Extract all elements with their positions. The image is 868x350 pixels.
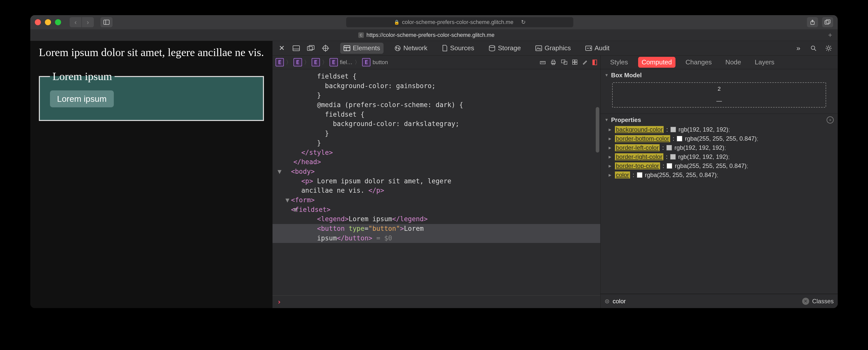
tab-styles[interactable]: Styles bbox=[607, 57, 631, 68]
color-swatch[interactable] bbox=[637, 172, 643, 178]
crumb-tag[interactable]: E bbox=[362, 58, 370, 66]
forward-button[interactable]: › bbox=[82, 17, 94, 27]
reload-icon[interactable]: ↻ bbox=[521, 19, 526, 26]
panel-sources-label: Sources bbox=[450, 44, 474, 52]
tab-bar: C https://color-scheme-prefers-color-sch… bbox=[30, 29, 838, 41]
lock-icon: 🔒 bbox=[394, 20, 399, 25]
new-tab-button[interactable]: + bbox=[823, 31, 838, 39]
svg-rect-35 bbox=[552, 60, 555, 62]
panel-elements[interactable]: Elements bbox=[340, 43, 383, 54]
color-swatch[interactable] bbox=[670, 154, 676, 159]
paint-icon[interactable] bbox=[582, 59, 588, 65]
dock-side-icon[interactable] bbox=[306, 43, 316, 53]
panel-audit[interactable]: Audit bbox=[582, 43, 613, 54]
disclosure-triangle-icon[interactable]: ▶ bbox=[609, 137, 611, 141]
svg-rect-5 bbox=[293, 46, 300, 51]
classes-button[interactable]: Classes bbox=[812, 298, 834, 305]
tab-computed[interactable]: Computed bbox=[638, 57, 676, 68]
color-swatch[interactable] bbox=[677, 136, 682, 141]
svg-line-27 bbox=[830, 50, 831, 51]
tabs-overview-button[interactable] bbox=[822, 17, 833, 27]
disclosure-triangle-icon[interactable]: ▼ bbox=[604, 118, 609, 122]
property-name: border-bottom-color bbox=[615, 135, 670, 142]
property-row[interactable]: ▶color: rgba(255, 255, 255, 0.847); bbox=[609, 171, 830, 179]
panel-network[interactable]: Network bbox=[391, 43, 431, 54]
print-icon[interactable] bbox=[550, 59, 556, 65]
crumbs-right-icons bbox=[540, 59, 597, 65]
clear-filter-button[interactable]: ✕ bbox=[802, 298, 809, 305]
property-row[interactable]: ▶border-right-color: rgb(192, 192, 192); bbox=[609, 152, 830, 162]
maximize-window-button[interactable] bbox=[55, 19, 61, 25]
sidebar-toggle-button[interactable] bbox=[100, 17, 113, 27]
screens-icon[interactable] bbox=[561, 59, 567, 65]
tab-layers[interactable]: Layers bbox=[751, 57, 778, 68]
disclosure-triangle-icon[interactable]: ▶ bbox=[609, 155, 611, 159]
page-legend: Lorem ipsum bbox=[50, 70, 115, 83]
browser-tab[interactable]: C https://color-scheme-prefers-color-sch… bbox=[30, 29, 823, 41]
filter-input[interactable] bbox=[613, 298, 799, 305]
filter-toggle-icon[interactable]: ≡ bbox=[827, 116, 834, 123]
crumb-label[interactable]: fiel… bbox=[340, 59, 352, 66]
dom-breadcrumbs: E〉 E〉 E〉 E fiel…〉 E button bbox=[273, 56, 600, 69]
console-strip[interactable]: › bbox=[273, 295, 600, 308]
property-row[interactable]: ▶background-color: rgb(192, 192, 192); bbox=[609, 125, 830, 134]
dock-bottom-icon[interactable] bbox=[291, 43, 301, 53]
disclosure-triangle-icon[interactable]: ▶ bbox=[609, 173, 611, 177]
page-button[interactable]: Lorem ipsum bbox=[50, 90, 114, 107]
box-model-diagram[interactable]: 2 — bbox=[612, 82, 826, 108]
disclosure-triangle-icon[interactable]: ▶ bbox=[609, 164, 611, 168]
ruler-icon[interactable] bbox=[540, 59, 546, 65]
property-value: rgb(192, 192, 192); bbox=[675, 144, 726, 151]
devtools-left-pane: E〉 E〉 E〉 E fiel…〉 E button bbox=[273, 56, 600, 308]
minimize-window-button[interactable] bbox=[45, 19, 51, 25]
grid-icon[interactable] bbox=[572, 59, 578, 65]
color-swatch[interactable] bbox=[666, 163, 672, 169]
back-button[interactable]: ‹ bbox=[70, 17, 82, 27]
window-controls bbox=[35, 19, 61, 25]
panel-graphics[interactable]: Graphics bbox=[532, 43, 574, 54]
properties-title: Properties bbox=[611, 116, 641, 123]
element-picker-icon[interactable] bbox=[320, 43, 331, 53]
crumb-tag[interactable]: E bbox=[293, 58, 302, 66]
svg-rect-3 bbox=[825, 21, 829, 24]
svg-point-19 bbox=[811, 46, 815, 50]
disclosure-triangle-icon[interactable]: ▼ bbox=[604, 73, 609, 78]
property-name: border-right-color bbox=[615, 153, 663, 161]
property-row[interactable]: ▶border-top-color: rgba(255, 255, 255, 0… bbox=[609, 162, 830, 171]
devtools-toolbar-right: » bbox=[793, 43, 834, 53]
color-swatch[interactable] bbox=[671, 127, 676, 132]
crumb-tag[interactable]: E bbox=[276, 58, 284, 66]
share-button[interactable] bbox=[807, 17, 818, 27]
box-model-section: ▼ Box Model 2 — bbox=[600, 69, 838, 114]
page-fieldset: Lorem ipsum Lorem ipsum bbox=[39, 70, 264, 121]
panel-storage-label: Storage bbox=[498, 44, 521, 52]
crumb-label[interactable]: button bbox=[372, 59, 388, 66]
settings-icon[interactable] bbox=[824, 43, 834, 53]
color-swatch[interactable] bbox=[666, 145, 672, 150]
dom-tree[interactable]: fieldset { background-color: gainsboro; … bbox=[273, 69, 600, 295]
search-icon[interactable] bbox=[808, 43, 818, 53]
property-row[interactable]: ▶border-bottom-color: rgba(255, 255, 255… bbox=[609, 134, 830, 143]
tab-node[interactable]: Node bbox=[722, 57, 745, 68]
address-bar[interactable]: 🔒 color-scheme-prefers-color-scheme.glit… bbox=[346, 17, 573, 27]
tab-changes[interactable]: Changes bbox=[682, 57, 715, 68]
scrollbar[interactable] bbox=[596, 107, 599, 152]
panel-sources[interactable]: Sources bbox=[438, 43, 478, 54]
property-value: rgb(192, 192, 192); bbox=[678, 153, 730, 161]
page-paragraph: Lorem ipsum dolor sit amet, legere ancil… bbox=[39, 45, 264, 60]
close-window-button[interactable] bbox=[35, 19, 41, 25]
crumb-tag[interactable]: E bbox=[312, 58, 320, 66]
property-row[interactable]: ▶border-left-color: rgb(192, 192, 192); bbox=[609, 143, 830, 152]
disclosure-triangle-icon[interactable]: ▶ bbox=[609, 146, 611, 150]
panel-graphics-label: Graphics bbox=[545, 44, 571, 52]
svg-point-15 bbox=[395, 46, 400, 51]
panel-elements-label: Elements bbox=[353, 44, 380, 52]
crumb-tag[interactable]: E bbox=[330, 58, 338, 66]
tab-title: https://color-scheme-prefers-color-schem… bbox=[366, 32, 494, 38]
close-devtools-button[interactable]: ✕ bbox=[277, 43, 287, 53]
disclosure-triangle-icon[interactable]: ▶ bbox=[609, 127, 611, 132]
svg-rect-4 bbox=[826, 20, 830, 23]
overflow-icon[interactable]: » bbox=[793, 43, 803, 53]
compositing-icon[interactable] bbox=[592, 59, 597, 65]
panel-storage[interactable]: Storage bbox=[485, 43, 524, 54]
